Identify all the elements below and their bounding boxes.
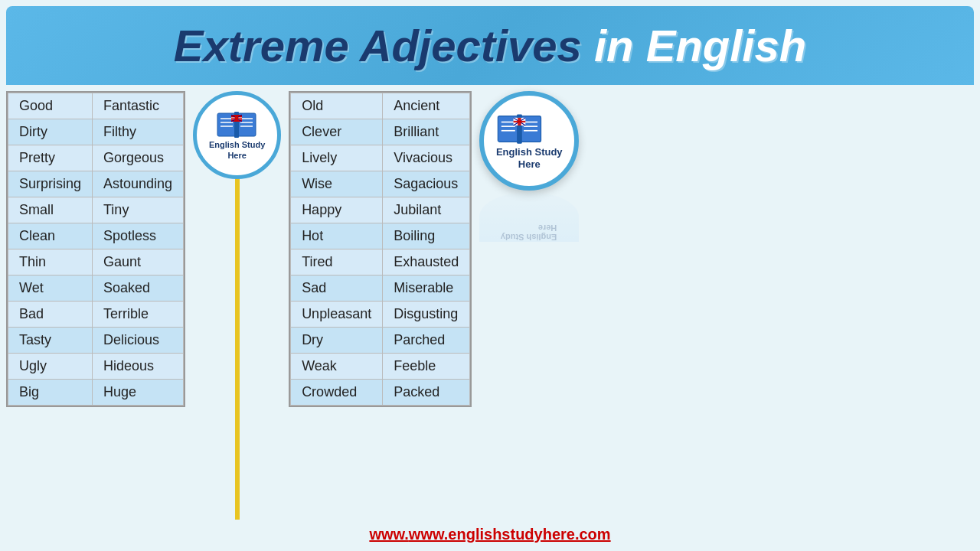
title-main: Extreme Adjectives — [174, 21, 582, 70]
adjective-cell: Small — [8, 197, 93, 223]
table-row: UnpleasantDisgusting — [291, 302, 470, 328]
extreme-cell: Parched — [383, 328, 470, 354]
extreme-cell: Gaunt — [93, 249, 184, 276]
table-row: BigHuge — [8, 380, 184, 406]
adjective-cell: Thin — [8, 249, 93, 276]
right-logo-inner: English StudyHere — [496, 112, 563, 170]
adjective-cell: Hot — [291, 223, 383, 249]
adjective-cell: Old — [291, 93, 383, 119]
svg-rect-16 — [231, 118, 242, 119]
right-logo-circle: English StudyHere — [479, 91, 579, 191]
table-row: CleverBrilliant — [291, 119, 470, 145]
right-book-icon — [496, 112, 544, 146]
table-row: ThinGaunt — [8, 249, 184, 276]
adjective-cell: Unpleasant — [291, 302, 383, 328]
logo-reflection: English StudyHere — [479, 192, 579, 242]
adjective-cell: Clever — [291, 119, 383, 145]
extreme-cell: Tiny — [93, 197, 184, 223]
page-header: Extreme Adjectives in English — [6, 6, 974, 85]
middle-logo-section: English StudyHere — [193, 91, 281, 520]
extreme-cell: Packed — [383, 380, 470, 406]
adjective-cell: Bad — [8, 302, 93, 328]
table-row: HappyJubilant — [291, 197, 470, 223]
table-row: WeakFeeble — [291, 354, 470, 380]
table-row: TiredExhausted — [291, 249, 470, 276]
extreme-cell: Ancient — [383, 93, 470, 119]
extreme-cell: Gorgeous — [93, 145, 184, 171]
left-table-container: GoodFantasticDirtyFilthyPrettyGorgeousSu… — [6, 91, 185, 407]
middle-logo-inner: English StudyHere — [209, 109, 265, 160]
right-adjectives-table: OldAncientCleverBrilliantLivelyVivacious… — [290, 93, 470, 406]
extreme-cell: Spotless — [93, 223, 184, 249]
table-row: OldAncient — [291, 93, 470, 119]
extreme-cell: Miserable — [383, 276, 470, 302]
adjective-cell: Wet — [8, 276, 93, 302]
adjective-cell: Tasty — [8, 328, 93, 354]
right-logo-text: English StudyHere — [496, 146, 563, 170]
left-adjectives-table: GoodFantasticDirtyFilthyPrettyGorgeousSu… — [8, 93, 184, 406]
adjective-cell: Big — [8, 380, 93, 406]
extreme-cell: Vivacious — [383, 145, 470, 171]
extreme-cell: Jubilant — [383, 197, 470, 223]
extreme-cell: Delicious — [93, 328, 184, 354]
table-row: PrettyGorgeous — [8, 145, 184, 171]
extreme-cell: Astounding — [93, 171, 184, 197]
table-row: BadTerrible — [8, 302, 184, 328]
extreme-cell: Hideous — [93, 354, 184, 380]
adjective-cell: Pretty — [8, 145, 93, 171]
book-icon — [216, 109, 258, 140]
table-row: CleanSpotless — [8, 223, 184, 249]
page-title: Extreme Adjectives in English — [14, 20, 966, 71]
extreme-cell: Feeble — [383, 354, 470, 380]
table-row: SurprisingAstounding — [8, 171, 184, 197]
table-row: UglyHideous — [8, 354, 184, 380]
title-sub: in English — [582, 21, 806, 70]
table-row: DryParched — [291, 328, 470, 354]
extreme-cell: Boiling — [383, 223, 470, 249]
main-content: GoodFantasticDirtyFilthyPrettyGorgeousSu… — [0, 85, 980, 523]
table-row: SadMiserable — [291, 276, 470, 302]
adjective-cell: Dry — [291, 328, 383, 354]
table-row: DirtyFilthy — [8, 119, 184, 145]
table-row: TastyDelicious — [8, 328, 184, 354]
extreme-cell: Terrible — [93, 302, 184, 328]
adjective-cell: Tired — [291, 249, 383, 276]
extreme-cell: Sagacious — [383, 171, 470, 197]
table-row: GoodFantastic — [8, 93, 184, 119]
table-row: SmallTiny — [8, 197, 184, 223]
adjective-cell: Clean — [8, 223, 93, 249]
extreme-cell: Fantastic — [93, 93, 184, 119]
extreme-cell: Filthy — [93, 119, 184, 145]
table-row: HotBoiling — [291, 223, 470, 249]
extreme-cell: Exhausted — [383, 249, 470, 276]
adjective-cell: Surprising — [8, 171, 93, 197]
adjective-cell: Good — [8, 93, 93, 119]
svg-rect-30 — [513, 121, 525, 122]
middle-logo-circle: English StudyHere — [193, 91, 281, 179]
footer: www.www.englishstudyhere.com — [0, 523, 980, 546]
footer-url[interactable]: www.www.englishstudyhere.com — [369, 526, 610, 543]
table-row: CrowdedPacked — [291, 380, 470, 406]
extreme-cell: Huge — [93, 380, 184, 406]
extreme-cell: Brilliant — [383, 119, 470, 145]
adjective-cell: Ugly — [8, 354, 93, 380]
adjective-cell: Sad — [291, 276, 383, 302]
adjective-cell: Crowded — [291, 380, 383, 406]
adjective-cell: Wise — [291, 171, 383, 197]
table-row: WiseSagacious — [291, 171, 470, 197]
adjective-cell: Lively — [291, 145, 383, 171]
table-row: LivelyVivacious — [291, 145, 470, 171]
adjective-cell: Happy — [291, 197, 383, 223]
table-row: WetSoaked — [8, 276, 184, 302]
extreme-cell: Soaked — [93, 276, 184, 302]
adjective-cell: Dirty — [8, 119, 93, 145]
right-logo-area: English StudyHere English StudyHere — [479, 91, 579, 242]
middle-logo-line — [235, 175, 240, 520]
extreme-cell: Disgusting — [383, 302, 470, 328]
right-table-container: OldAncientCleverBrilliantLivelyVivacious… — [289, 91, 472, 407]
adjective-cell: Weak — [291, 354, 383, 380]
middle-logo-text: English StudyHere — [209, 140, 265, 160]
